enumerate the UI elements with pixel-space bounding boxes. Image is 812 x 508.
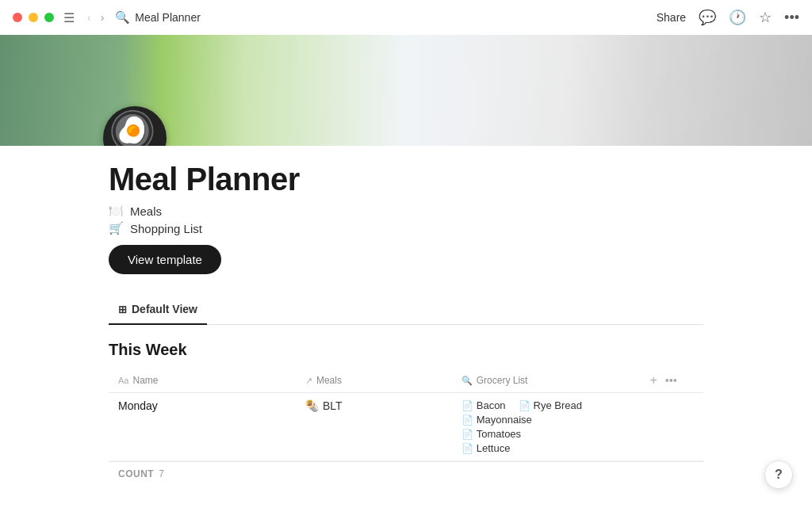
col-header-grocery: 🔍 Grocery List [462,375,631,386]
section-title: This Week [109,341,703,359]
titlebar-right: Share 💬 🕐 ☆ ••• [657,9,799,26]
shopping-list-link[interactable]: 🛒 Shopping List [109,221,703,235]
tab-default-view[interactable]: ⊞ Default View [109,296,207,325]
nav-arrows: ‹ › [84,10,107,25]
doc-icon-tomato: 📄 [462,429,473,440]
grocery-tomatoes: 📄 Tomatoes [462,428,631,440]
count-label: COUNT [118,468,154,479]
meal-emoji: 🌯 [305,399,319,412]
meals-icon: 🍽️ [109,204,124,218]
col-grocery-label: Grocery List [477,375,528,386]
menu-icon[interactable]: ☰ [63,10,75,25]
tab-bar: ⊞ Default View [109,296,703,325]
shopping-cart-icon: 🛒 [109,221,124,235]
star-icon[interactable]: ☆ [759,9,772,26]
tab-label: Default View [132,303,197,315]
history-icon[interactable]: 🕐 [729,9,746,26]
column-options-button[interactable]: ••• [665,374,677,387]
grocery-bacon: 📄 Bacon [462,399,506,411]
col-header-name: Aa Name [118,375,286,386]
search-icon[interactable]: 🔍 [115,10,130,25]
search-area: 🔍 Meal Planner [115,10,201,25]
row-name-monday: Monday [118,399,158,412]
shopping-list-label: Shopping List [130,222,202,235]
comment-icon[interactable]: 💬 [699,9,716,26]
page-title: Meal Planner [109,162,703,197]
text-type-icon: Aa [118,376,128,385]
col-actions: + ••• [650,373,695,388]
meal-name: BLT [323,399,343,412]
grocery-lettuce: 📄 Lettuce [462,442,631,454]
view-template-button[interactable]: View template [109,245,221,274]
doc-icon-mayo: 📄 [462,414,473,426]
grocery-mayonnaise: 📄 Mayonnaise [462,414,631,426]
meals-link[interactable]: 🍽️ Meals [109,204,703,218]
doc-icon-lettuce: 📄 [462,443,473,454]
count-value: 7 [159,468,164,479]
doc-icon-rye: 📄 [519,400,530,411]
meals-label: Meals [130,204,162,218]
page-heading-area: Meal Planner [109,162,703,197]
grocery-item-bacon: Bacon [477,399,506,411]
hero-image: 🍳 [0,35,812,146]
doc-icon: 📄 [462,400,473,411]
grocery-item-lettuce: Lettuce [477,442,511,454]
meal-tag-blt: 🌯 BLT [305,399,442,412]
help-button[interactable]: ? [764,460,793,489]
more-icon[interactable]: ••• [784,10,799,26]
close-button[interactable] [13,13,22,22]
col-meals-label: Meals [316,375,342,386]
fullscreen-button[interactable] [44,13,54,22]
search-col-icon: 🔍 [462,376,473,386]
page-emoji: 🍳 [103,106,167,146]
page-title-tb: Meal Planner [135,11,201,24]
forward-button[interactable]: › [98,10,108,25]
share-button[interactable]: Share [657,11,686,24]
grocery-item-mayo: Mayonnaise [477,414,532,426]
grocery-item-tomatoes: Tomatoes [477,428,521,440]
grocery-items: 📄 Bacon 📄 Rye Bread 📄 Mayonnaise [462,399,631,454]
add-column-button[interactable]: + [650,373,657,388]
titlebar: ☰ ‹ › 🔍 Meal Planner Share 💬 🕐 ☆ ••• [0,0,812,35]
page-links: 🍽️ Meals 🛒 Shopping List [109,204,703,235]
grocery-inline-row: 📄 Bacon 📄 Rye Bread [462,399,631,411]
minimize-button[interactable] [29,13,38,22]
back-button[interactable]: ‹ [84,10,94,25]
grocery-item-rye-bread: Rye Bread [534,399,582,411]
database-table: Aa Name ↗ Meals 🔍 Grocery List [109,369,703,461]
grocery-rye-bread: 📄 Rye Bread [519,399,582,411]
table-row: Monday 🌯 BLT 📄 Bacon [109,393,703,461]
traffic-lights [13,13,54,22]
col-header-meals: ↗ Meals [305,375,442,386]
main-content: Meal Planner 🍽️ Meals 🛒 Shopping List Vi… [0,162,812,486]
relation-icon: ↗ [305,376,312,386]
col-name-label: Name [132,375,158,386]
grid-icon: ⊞ [118,304,127,315]
count-bar: COUNT 7 [109,461,703,486]
